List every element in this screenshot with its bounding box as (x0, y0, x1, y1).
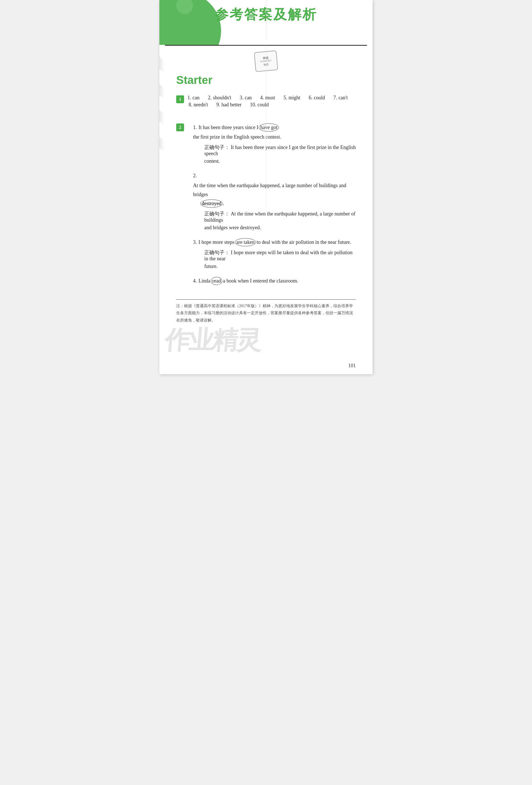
item-3-num: 3. (193, 238, 197, 247)
sentence-2-main: 2. At the time when the earthquake happe… (193, 171, 356, 199)
watermark-text: 作业精灵 (163, 324, 262, 357)
exercise-2-num: 2 (176, 123, 184, 131)
item-3-circled: are taken (235, 238, 256, 246)
page: 参考答案及解析 作业 作业帮答案子 精灵 Starter 1 1. can 2.… (159, 0, 373, 374)
exercise-2-content: 1. It has been three years since I have … (187, 123, 356, 291)
sentence-4-main: 4. Linda read a book when I entered the … (193, 276, 356, 285)
item-1-before: It has been three years since I (199, 123, 258, 132)
item-2-correct-label: 正确句子： At the time when the earthquake ha… (204, 210, 356, 223)
item-1-correct-label: 正确句子： It has been three years since I go… (204, 144, 356, 156)
item-2-circled: destroyed (200, 200, 223, 208)
item-4-circled: read (211, 277, 223, 285)
footer-note: 注：根据《普通高中英语课程标准（2017年版）》精神，为更好地发展学生学科核心素… (176, 299, 356, 324)
item-1-correct-text-cont: contest. (204, 156, 356, 166)
answer-1-7: 7. can't (333, 95, 348, 101)
item-2-circled-line: destroyed. (200, 199, 356, 208)
answer-1-6: 6. could (309, 95, 325, 101)
footer-note-text: 注：根据《普通高中英语课程标准（2017年版）》精神，为更好地发展学生学科核心素… (176, 304, 353, 322)
sentence-3-main: 3. I hope more steps are taken to deal w… (193, 238, 356, 247)
watermark: 作业精灵 (159, 324, 373, 357)
exercise-2-item-3: 3. I hope more steps are taken to deal w… (187, 238, 356, 271)
item-1-circled: have got (259, 123, 279, 132)
stamp-line3: 精灵 (264, 62, 269, 67)
answer-1-1: 1. can (187, 95, 200, 101)
item-4-after: a book when I entered the classroom. (223, 276, 298, 285)
item-3-correct-label: 正确句子： I hope more steps will be taken to… (204, 249, 356, 262)
answers-row-2: 8. needn't 9. had better 10. could (187, 102, 356, 108)
answers-row-1: 1. can 2. shouldn't 3. can 4. must 5. mi… (187, 95, 356, 101)
item-4-num: 4. (193, 276, 197, 285)
answer-1-2: 2. shouldn't (208, 95, 231, 101)
item-3-before: I hope more steps (199, 238, 234, 247)
exercise-2-item-2: 2. At the time when the earthquake happe… (187, 171, 356, 232)
answer-1-9: 9. had better (216, 102, 241, 108)
item-1-after: the first prize in the English speech co… (193, 132, 281, 142)
top-decoration: 参考答案及解析 (159, 0, 373, 45)
sentence-1-main: 1. It has been three years since I have … (193, 123, 356, 142)
item-2-num: 2. (193, 171, 197, 180)
page-number: 101 (348, 363, 356, 369)
item-1-num: 1. (193, 123, 197, 132)
item-2-before: At the time when the earthquake happened… (193, 181, 356, 199)
item-3-after: to deal with the air pollution in the ne… (256, 238, 351, 247)
answer-1-5: 5. might (283, 95, 300, 101)
exercise-1-num: 1 (176, 95, 184, 103)
exercise-2-item-1: 1. It has been three years since I have … (187, 123, 356, 166)
answer-1-3: 3. can (239, 95, 252, 101)
exercise-1-answers: 1. can 2. shouldn't 3. can 4. must 5. mi… (187, 95, 356, 109)
exercise-2-item-4: 4. Linda read a book when I entered the … (187, 276, 356, 285)
item-3-correct-text-cont: future. (204, 262, 356, 271)
item-4-before: Linda (199, 276, 210, 285)
answer-1-8: 8. needn't (188, 102, 208, 108)
answer-1-4: 4. must (260, 95, 275, 101)
item-2-correct-text-cont: and bridges were destroyed. (204, 223, 356, 232)
